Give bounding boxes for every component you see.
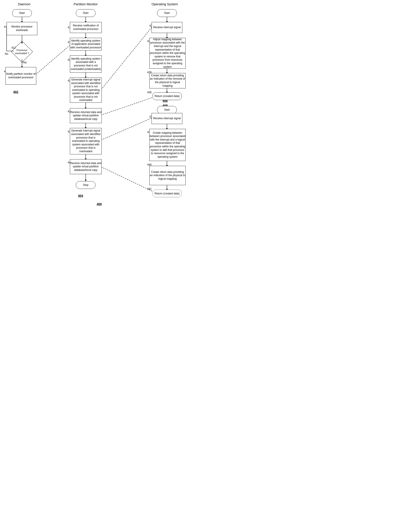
identify-os-app-node: Identify operating system of application… bbox=[70, 38, 102, 51]
operating-system-header: Operating System bbox=[132, 2, 198, 6]
generate-interrupt-not-overloaded-node: Generate interrupt signal associated wit… bbox=[70, 77, 102, 103]
return-bottom-node: Return (created data) bbox=[152, 190, 182, 197]
identify-os-not-overloaded-node: Identify operating system associated wit… bbox=[70, 55, 102, 73]
receive-interrupt-top-node: Receive interrupt signal bbox=[151, 22, 182, 33]
daemon-header: Daemon bbox=[9, 2, 39, 6]
partition-section-label: 404 bbox=[78, 194, 83, 197]
adjust-mapping-node: Adjust mapping between processor associa… bbox=[149, 38, 186, 69]
overloaded-diamond: Processor overloaded ? bbox=[13, 43, 31, 61]
partition-monitor-header: Partition Monitor bbox=[64, 2, 108, 6]
svg-marker-25 bbox=[85, 180, 87, 181]
daemon-start-node: Start bbox=[12, 9, 32, 17]
monitor-node: Monitor processor workloads bbox=[7, 22, 37, 35]
create-return-physical-node: Create return data providing an indicati… bbox=[149, 166, 186, 185]
create-return-removal-node: Create return data providing an indicati… bbox=[149, 73, 186, 88]
return-top-node: Return (created data) bbox=[152, 92, 182, 100]
pm-start-node: Start bbox=[76, 9, 96, 17]
no-label: No bbox=[5, 52, 8, 55]
ref-430: 430 bbox=[147, 91, 151, 94]
ref-442: 442 bbox=[147, 187, 151, 190]
svg-line-44 bbox=[100, 96, 156, 116]
receive-interrupt-bottom-node: Receive interrupt signal bbox=[151, 113, 182, 124]
daemon-section-label: 402 bbox=[13, 90, 18, 94]
stop-node: Stop bbox=[76, 181, 96, 189]
svg-line-42 bbox=[34, 43, 73, 76]
create-mapping-node: Create mapping between between processor… bbox=[149, 129, 186, 161]
os-start-bottom-node: Start bbox=[157, 106, 177, 114]
receive-returned-data-2-node: Receive returned data and update virtual… bbox=[70, 159, 102, 174]
os-start-top-node: Start bbox=[157, 9, 177, 17]
receive-notification-node: Receive notification of overloaded proce… bbox=[70, 22, 102, 33]
yes-label: Yes bbox=[22, 61, 27, 64]
receive-returned-data-1-node: Receive returned data and update virtual… bbox=[70, 108, 102, 123]
generate-interrupt-overloaded-node: Generate interrupt signal associated wit… bbox=[70, 128, 102, 154]
notify-node: Notify partition monitor of overloaded p… bbox=[6, 67, 36, 85]
svg-line-46 bbox=[101, 28, 151, 90]
page-label: 400 bbox=[97, 202, 102, 206]
svg-line-48 bbox=[101, 118, 151, 140]
